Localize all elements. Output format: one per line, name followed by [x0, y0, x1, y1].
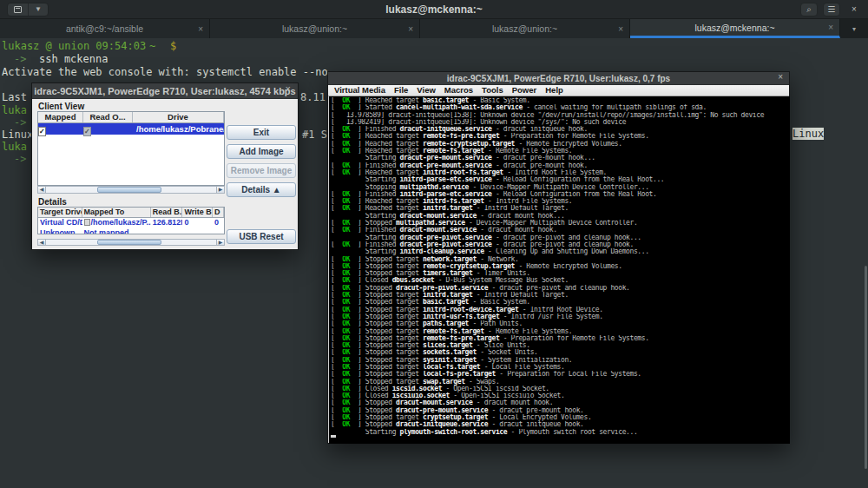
column-header[interactable]: Write B...	[182, 208, 213, 217]
terminal-headerbar: ▼ lukasz@mckenna:~ ⌕ ☰ ×	[0, 0, 868, 19]
close-icon[interactable]: ×	[286, 83, 291, 94]
column-header[interactable]: D	[213, 208, 224, 217]
console-line: [ OK ] Stopped target sockets.target - S…	[331, 349, 790, 356]
terminal-text: #1 S	[302, 129, 327, 141]
tab-antik@c9:~/ansible[interactable]: antik@c9:~/ansible×	[0, 19, 210, 38]
window-title: lukasz@mckenna:~	[0, 3, 868, 16]
scroll-left-icon[interactable]: ◀	[38, 187, 46, 193]
details-toggle-button[interactable]: Details ▲	[227, 182, 296, 197]
tab-label: lukasz@union:~	[282, 23, 347, 34]
console-line: [ OK ] Closed dbus.socket - D-Bus System…	[331, 277, 790, 284]
column-header[interactable]: Mapped To	[82, 208, 151, 217]
virtual-media-titlebar[interactable]: idrac-9C5XJM1, PowerEdge R710, User:luka…	[32, 83, 298, 99]
console-line: [ OK ] Stopped target initrd.target - In…	[331, 292, 790, 299]
console-line: Starting dracut-mount.service - dracut m…	[331, 213, 790, 220]
console-line: [ OK ] Stopped target timers.target - Ti…	[331, 270, 790, 277]
console-line: [ 13.978589] dracut-initqueue[1538]: Unk…	[331, 112, 790, 119]
console-line: [ OK ] Finished dracut-pre-pivot.service…	[331, 241, 790, 248]
details-row[interactable]: Virtual CD/D.../home/lukasz/P...126.812M…	[38, 218, 224, 228]
menu-button[interactable]: ☰	[823, 3, 840, 16]
terminal-text: ->	[14, 153, 26, 165]
mapped-image-path: /home/lukasz/Pobrane/tory/Fedora	[136, 124, 224, 134]
mapped-drive-row[interactable]: ✓ ✓ /home/lukasz/Pobrane/tory/Fedora	[38, 123, 224, 135]
console-line: [ OK ] Finished initrd-parse-etc.service…	[331, 191, 790, 198]
client-view-hscrollbar[interactable]: ◀ ▶	[37, 186, 225, 194]
details-cell: 0	[182, 218, 213, 228]
details-row[interactable]: UnknownNot mapped	[38, 228, 224, 234]
details-cell	[182, 228, 213, 234]
console-line: Starting initrd-cleanup.service - Cleani…	[331, 248, 790, 255]
console-line: [ OK ] Closed iscsiuio.socket - Open-iSC…	[331, 392, 790, 399]
remote-console-screen[interactable]: [ OK ] Reached target basic.target - Bas…	[329, 96, 790, 444]
console-line: [ OK ] Stopped target initrd-root-device…	[331, 307, 790, 313]
terminal-text: ->	[14, 116, 26, 129]
menu-power[interactable]: Power	[508, 85, 542, 96]
console-cursor	[331, 435, 336, 438]
console-line: [ OK ] Started cancel-multipath-wait-sda…	[331, 104, 790, 111]
kvm-menubar: Virtual MediaFileViewMacrosToolsPowerHel…	[328, 85, 789, 96]
tab-close-icon[interactable]: ×	[618, 24, 623, 34]
tab-label: lukasz@mckenna:~	[694, 23, 774, 33]
menu-virtual-media[interactable]: Virtual Media	[330, 85, 390, 96]
menu-help[interactable]: Help	[541, 85, 568, 96]
column-header[interactable]: Read B...	[151, 208, 183, 217]
terminal-text: Activate the web console with: systemctl…	[2, 66, 328, 78]
terminal-text: ssh mckenna	[39, 53, 108, 65]
console-line: Starting dracut-pre-pivot.service - drac…	[331, 234, 790, 241]
usb-reset-button[interactable]: USB Reset	[227, 229, 296, 244]
scroll-right-icon[interactable]: ▶	[216, 240, 224, 245]
tab-close-icon[interactable]: ×	[198, 24, 203, 34]
tab-close-icon[interactable]: ×	[828, 23, 833, 32]
scroll-thumb[interactable]	[97, 240, 161, 245]
scroll-left-icon[interactable]: ◀	[38, 240, 46, 245]
console-line: [ OK ] Stopped target remote-fs-pre.targ…	[331, 335, 790, 342]
window-close-button[interactable]: ×	[845, 3, 863, 16]
virtual-media-window: idrac-9C5XJM1, PowerEdge R710, User:luka…	[31, 82, 299, 250]
console-line: Starting initrd-parse-etc.service - Relo…	[331, 176, 790, 183]
details-table[interactable]: Target DriveMapped ToRead B...Write B...…	[37, 207, 225, 234]
console-line: [ OK ] Reached target remote-fs.target -…	[331, 148, 790, 155]
console-line: [ OK ] Stopped dracut-initqueue.service …	[331, 421, 790, 428]
mapped-checkbox[interactable]: ✓	[38, 127, 46, 136]
terminal-text: $	[170, 40, 176, 52]
console-line: [ OK ] Stopped target swap.target - Swap…	[331, 379, 790, 386]
console-line: [ OK ] Reached target initrd.target - In…	[331, 205, 790, 212]
add-image-button[interactable]: Add Image	[227, 144, 296, 159]
console-line: [ OK ] Stopped dracut-pre-mount.service …	[331, 407, 790, 414]
image-file-icon	[84, 219, 90, 226]
tab-lukasz@union:~[interactable]: lukasz@union:~×	[210, 19, 420, 38]
scroll-right-icon[interactable]: ▶	[216, 187, 224, 193]
menu-tools[interactable]: Tools	[477, 85, 508, 96]
console-line: Stopping multipathd.service - Device-Map…	[331, 184, 790, 191]
tab-lukasz@mckenna:~[interactable]: lukasz@mckenna:~×	[630, 19, 840, 38]
remove-image-button: Remove Image	[227, 163, 296, 178]
readonly-checkbox[interactable]: ✓	[83, 127, 91, 136]
menu-file[interactable]: File	[390, 85, 412, 96]
console-line: [ OK ] Reached target basic.target - Bas…	[331, 97, 790, 104]
menu-macros[interactable]: Macros	[440, 85, 477, 96]
console-line: [ OK ] Stopped target cryptsetup.target …	[331, 414, 790, 421]
details-cell: Not mapped	[82, 228, 151, 234]
column-header[interactable]: Target Drive	[38, 208, 82, 217]
details-hscrollbar[interactable]: ◀ ▶	[37, 239, 225, 246]
menu-view[interactable]: View	[412, 85, 439, 96]
console-line: [ 13.982419] dracut-initqueue[1539]: Unk…	[331, 119, 790, 126]
search-button[interactable]: ⌕	[800, 3, 818, 16]
kvm-console-titlebar[interactable]: idrac-9C5XJM1, PowerEdge R710, User:luka…	[328, 72, 789, 85]
tab-list-caret-icon[interactable]: ▾	[840, 19, 868, 38]
column-header[interactable]: Drive	[133, 112, 224, 122]
console-line: [ OK ] Stopped target initrd-usr-fs.targ…	[331, 313, 790, 320]
close-icon[interactable]: ×	[778, 72, 783, 82]
console-line: [ OK ] Reached target remote-fs-pre.targ…	[331, 133, 790, 140]
details-cell: Virtual CD/D...	[38, 218, 82, 228]
console-line: [ OK ] Finished dracut-pre-mount.service…	[331, 162, 790, 169]
console-line: Starting plymouth-switch-root.service - …	[331, 429, 790, 436]
console-line: [ OK ] Stopped target sysinit.target - S…	[331, 357, 790, 364]
menu-icon: ☰	[828, 4, 836, 14]
client-view-table[interactable]: MappedRead O...Drive ✓ ✓ /home/lukasz/Po…	[37, 111, 225, 186]
terminal-scrollbar[interactable]	[865, 266, 867, 469]
scroll-thumb[interactable]	[97, 187, 161, 193]
exit-button[interactable]: Exit	[227, 125, 296, 140]
tab-lukasz@union:~[interactable]: lukasz@union:~×	[420, 19, 630, 38]
tab-close-icon[interactable]: ×	[408, 24, 413, 34]
